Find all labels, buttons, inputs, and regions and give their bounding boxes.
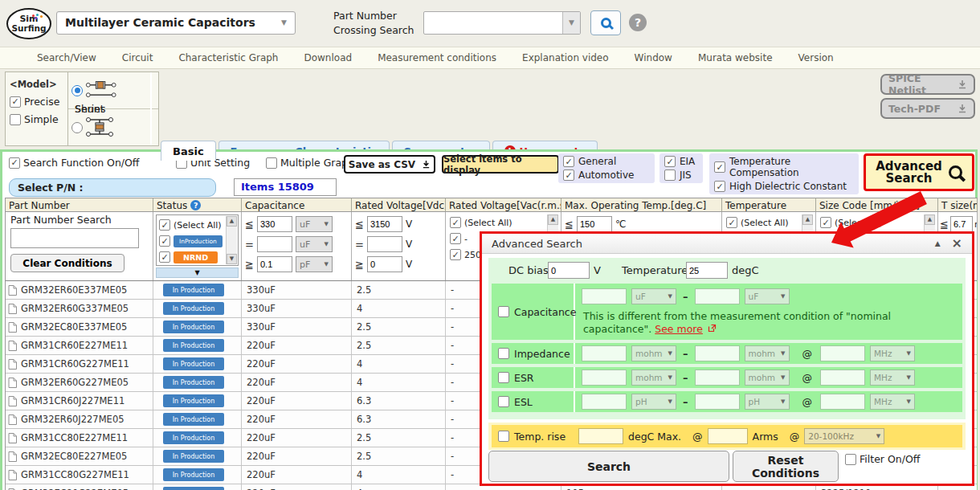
capacitance-min-input[interactable] <box>582 288 627 304</box>
menu-item-version[interactable]: Version <box>786 52 847 63</box>
column-header-size-code-mm-inch[interactable]: Size Code [mm/inch] <box>816 198 938 212</box>
capacitance-max-unit-dropdown[interactable]: uF▼ <box>296 216 333 232</box>
menu-item-explanation-video[interactable]: Explanation video <box>509 52 622 63</box>
unit-dropdown[interactable]: MHz▼ <box>870 345 915 361</box>
temperature-compensation-checkbox[interactable] <box>714 161 725 173</box>
unit-dropdown[interactable]: mohm▼ <box>631 345 676 361</box>
unit-dropdown[interactable]: pH▼ <box>631 394 676 410</box>
column-header-rated-voltage-vac-r-m-s[interactable]: Rated Voltage[Vac(r.m.s.)] <box>446 198 561 212</box>
capacitance-min-input[interactable] <box>257 256 292 272</box>
capacitance-min-unit-dropdown[interactable]: uF▼ <box>631 288 676 304</box>
menu-item-search-view[interactable]: Search/View <box>24 52 109 63</box>
capacitance-eq-unit-dropdown[interactable]: uF▼ <box>296 236 333 252</box>
column-header-capacitance[interactable]: Capacitance <box>242 198 352 212</box>
unit-dropdown[interactable]: MHz▼ <box>870 394 915 410</box>
temp-rise-checkbox[interactable] <box>498 431 509 442</box>
range-input[interactable] <box>695 370 740 386</box>
capacitance-max-unit-dropdown[interactable]: uF▼ <box>745 288 790 304</box>
vdc-eq-input[interactable] <box>367 236 402 252</box>
dialog-title-bar[interactable]: Advanced Search ▲ × <box>482 234 972 254</box>
capacitance-max-input[interactable] <box>695 288 740 304</box>
document-icon[interactable] <box>8 285 17 296</box>
range-input[interactable] <box>582 394 627 410</box>
clear-conditions-button[interactable]: Clear Conditions <box>10 254 125 272</box>
range-input[interactable] <box>695 345 740 361</box>
temp-rise-freq-dropdown[interactable]: 20-100kHz▼ <box>804 428 884 444</box>
range-input[interactable] <box>582 370 627 386</box>
menu-item-circuit[interactable]: Circuit <box>109 52 166 63</box>
esr-checkbox[interactable] <box>498 372 509 383</box>
unit-dropdown[interactable]: MHz▼ <box>870 370 915 386</box>
help-icon[interactable]: ? <box>190 200 201 210</box>
automotive-checkbox[interactable] <box>563 169 574 181</box>
capacitance-max-input[interactable] <box>257 216 292 232</box>
crossing-search-input[interactable] <box>426 14 561 32</box>
vac-select-all-checkbox[interactable] <box>450 217 461 228</box>
menu-item-measurement-conditions[interactable]: Measurement conditions <box>365 52 509 63</box>
document-icon[interactable] <box>8 304 17 314</box>
unit-dropdown[interactable]: pH▼ <box>745 394 790 410</box>
reset-conditions-button[interactable]: Reset Conditions <box>733 451 839 482</box>
unit-dropdown[interactable]: mohm▼ <box>745 345 790 361</box>
vac-item-checkbox[interactable] <box>450 249 461 260</box>
unit-dropdown[interactable]: mohm▼ <box>631 370 676 386</box>
crossing-search-button[interactable] <box>590 10 621 35</box>
tech-pdf-button[interactable]: Tech-PDF <box>880 98 975 119</box>
status-expand-bar[interactable]: ▼ <box>156 267 239 278</box>
status-scrollbar[interactable]: ▲▼ <box>226 216 237 264</box>
column-header-temperature[interactable]: Temperature <box>722 198 816 212</box>
esl-checkbox[interactable] <box>498 396 509 407</box>
column-header-part-number[interactable]: Part Number <box>6 198 153 212</box>
select-items-to-display-button[interactable]: Select items to display <box>442 155 559 174</box>
chevron-down-icon[interactable]: ▼ <box>562 12 580 34</box>
menu-item-characteristic-graph[interactable]: Characteristic Graph <box>165 52 291 63</box>
capacitance-min-unit-dropdown[interactable]: pF▼ <box>296 256 333 272</box>
status-select-all-checkbox[interactable] <box>159 219 170 231</box>
range-input[interactable] <box>820 345 865 361</box>
range-input[interactable] <box>820 394 865 410</box>
precise-checkbox[interactable] <box>10 96 21 108</box>
dc-bias-input[interactable] <box>548 262 590 279</box>
spice-netlist-button[interactable]: SPICE Netlist <box>880 74 975 95</box>
save-as-csv-button[interactable]: Save as CSV <box>344 155 435 174</box>
select-pn-dropdown[interactable]: Select P/N : <box>9 178 216 197</box>
eia-checkbox[interactable] <box>664 156 676 167</box>
temp-rise-current-input[interactable] <box>708 428 748 444</box>
advanced-search-button[interactable]: AdvancedSearch <box>864 153 974 191</box>
temperature-select-all-checkbox[interactable] <box>726 217 737 228</box>
impedance-checkbox[interactable] <box>498 348 509 359</box>
vdc-min-input[interactable] <box>367 256 402 272</box>
search-function-checkbox[interactable] <box>9 157 20 169</box>
document-icon[interactable] <box>8 414 17 425</box>
size-code-select-all-checkbox[interactable] <box>820 217 831 228</box>
range-input[interactable] <box>820 370 865 386</box>
see-more-link[interactable]: See more <box>655 323 703 335</box>
document-icon[interactable] <box>8 359 17 370</box>
vdc-max-input[interactable] <box>367 216 402 232</box>
dialog-temperature-input[interactable] <box>686 262 728 279</box>
document-icon[interactable] <box>8 433 17 443</box>
document-icon[interactable] <box>8 341 17 351</box>
dialog-search-button[interactable]: Search <box>488 451 729 482</box>
vac-item-checkbox[interactable] <box>450 233 461 244</box>
menu-item-murata-website[interactable]: Murata website <box>685 52 786 63</box>
document-icon[interactable] <box>8 396 17 406</box>
part-number-search-input[interactable] <box>10 228 139 248</box>
filter-on-off-checkbox[interactable] <box>845 454 856 465</box>
simple-checkbox[interactable] <box>10 114 21 125</box>
close-icon[interactable]: × <box>952 237 962 250</box>
column-header-status[interactable]: Status? <box>153 198 242 212</box>
document-icon[interactable] <box>8 322 17 333</box>
menu-item-window[interactable]: Window <box>622 52 685 63</box>
range-input[interactable] <box>695 394 740 410</box>
range-input[interactable] <box>582 345 627 361</box>
t-size-input[interactable] <box>950 216 973 232</box>
temp-rise-input[interactable] <box>578 428 623 444</box>
high-dielectric-checkbox[interactable] <box>714 181 725 192</box>
column-header-rated-voltage-vdc[interactable]: Rated Voltage[Vdc] <box>352 198 446 212</box>
capacitance-eq-input[interactable] <box>257 236 292 252</box>
capacitance-checkbox[interactable] <box>498 306 509 317</box>
external-link-icon[interactable] <box>708 324 717 333</box>
general-checkbox[interactable] <box>563 156 574 167</box>
collapse-icon[interactable]: ▲ <box>935 239 941 247</box>
